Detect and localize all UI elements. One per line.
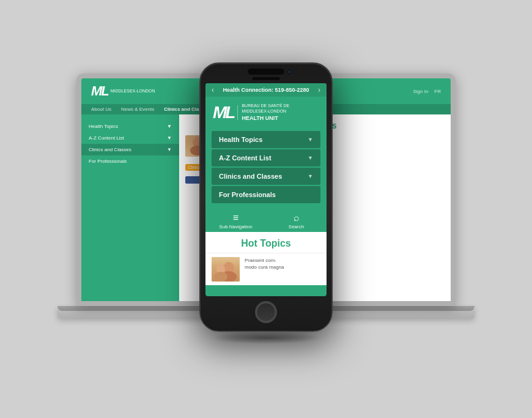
phone-mute-button — [199, 113, 201, 130]
laptop-nav-about[interactable]: About Us — [91, 106, 111, 112]
laptop-sidebar-health-topics[interactable]: Health Topics ▼ — [81, 121, 179, 132]
phone-forward-arrow[interactable]: › — [318, 86, 320, 94]
phone-speaker — [253, 77, 280, 80]
phone-home-button[interactable] — [255, 301, 277, 323]
phone-camera — [287, 70, 292, 74]
phone-volume-up-button — [199, 136, 201, 159]
phone-home-button-inner — [256, 302, 276, 322]
phone-hot-topics-title: Hot Topics — [205, 232, 327, 253]
hamburger-icon: ≡ — [233, 213, 238, 223]
phone-bottom-nav-sub[interactable]: ≡ Sub Navigation — [205, 213, 266, 230]
phone-menu-clinics-arrow: ▼ — [308, 173, 313, 179]
laptop-sidebar-az[interactable]: A-Z Content List ▼ — [81, 132, 179, 144]
laptop-nav-news[interactable]: News & Events — [121, 106, 154, 112]
phone-article-person — [212, 257, 240, 282]
phone-device: ‹ Health Connection: 519-850-2280 › ML B… — [199, 62, 333, 332]
phone-earpiece — [248, 69, 284, 75]
laptop-logo: ML MIDDLESEX-LONDON — [91, 83, 155, 99]
phone-bottom-nav-search[interactable]: ⌕ Search — [266, 213, 327, 230]
laptop-logo-text: MIDDLESEX-LONDON — [111, 88, 155, 94]
phone-sub-nav-label: Sub Navigation — [219, 224, 252, 230]
phone-logo-separator — [237, 105, 238, 120]
phone-health-connection-text: Health Connection: 519-850-2280 — [223, 87, 309, 93]
laptop-sidebar-clinics[interactable]: Clinics and Classes ▼ — [81, 144, 179, 155]
phone-volume-down-button — [199, 163, 201, 186]
phone-menu: Health Topics ▼ A-Z Content List ▼ Clini… — [205, 129, 327, 209]
phone-power-button — [331, 143, 333, 174]
phone-bottom-nav: ≡ Sub Navigation ⌕ Search — [205, 209, 327, 232]
phone-body: ‹ Health Connection: 519-850-2280 › ML B… — [199, 62, 333, 332]
phone-menu-health-topics[interactable]: Health Topics ▼ — [212, 131, 320, 148]
phone-search-label: Search — [289, 224, 304, 230]
phone-article-text: Praesent com- modo cura magna — [245, 257, 284, 282]
phone-article-item[interactable]: Praesent com- modo cura magna — [205, 253, 327, 285]
phone-screen: ‹ Health Connection: 519-850-2280 › ML B… — [205, 83, 327, 296]
phone-menu-professionals[interactable]: For Professionals — [212, 186, 320, 203]
phone-content-area: Hot Topics Praesent co — [205, 232, 327, 285]
phone-menu-az-arrow: ▼ — [308, 155, 313, 161]
laptop-sidebar-professionals[interactable]: For Professionals — [81, 155, 179, 167]
phone-back-arrow[interactable]: ‹ — [212, 86, 214, 94]
laptop-nav-sign-in[interactable]: Sign In — [413, 89, 428, 94]
search-icon: ⌕ — [294, 213, 300, 223]
phone-logo-ml: ML — [213, 103, 234, 122]
laptop-sidebar: Health Topics ▼ A-Z Content List ▼ Clini… — [81, 114, 179, 301]
svg-point-5 — [214, 272, 227, 282]
phone-logo-bar: ML BUREAU DE SANTÉ DE MIDDLESEX-LONDON H… — [205, 97, 327, 129]
phone-menu-health-topics-arrow: ▼ — [308, 136, 313, 143]
phone-article-image — [212, 257, 240, 282]
laptop-nav-language[interactable]: FR — [434, 89, 441, 94]
laptop-logo-ml: ML — [91, 83, 108, 99]
phone-shadow — [211, 332, 321, 344]
phone-status-bar: ‹ Health Connection: 519-850-2280 › — [205, 83, 327, 97]
phone-menu-az-list[interactable]: A-Z Content List ▼ — [212, 149, 320, 166]
phone-menu-clinics[interactable]: Clinics and Classes ▼ — [212, 168, 320, 185]
phone-logo-text: BUREAU DE SANTÉ DE MIDDLESEX-LONDON HEAL… — [242, 103, 289, 122]
phone-person-svg — [212, 257, 240, 282]
